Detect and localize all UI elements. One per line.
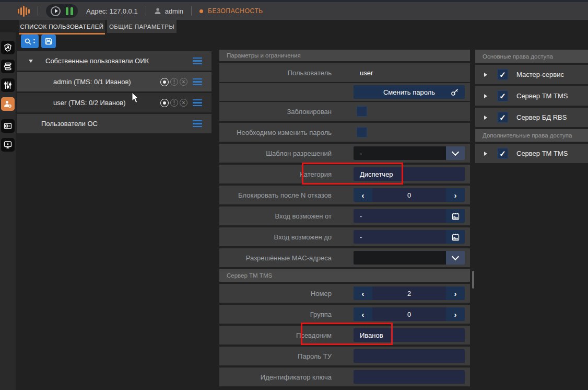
rights-row-master-service[interactable]: ✓ Мастер-сервис [475, 65, 588, 84]
form-scrollbar[interactable] [472, 271, 474, 289]
address-label: Адрес: 127.0.0.1 [86, 7, 138, 15]
stepper-increment-button[interactable]: › [446, 188, 465, 202]
tree-user-user[interactable]: user (TMS: 0/2 Иванов) ! × [17, 93, 211, 112]
row-menu-icon[interactable] [193, 58, 202, 65]
template-dropdown[interactable]: - [354, 146, 465, 160]
login-to-datepicker: - [354, 230, 465, 244]
number-value[interactable]: 2 [372, 286, 446, 300]
form-row-change-password: Сменить пароль [219, 83, 470, 101]
login-from-value[interactable]: - [354, 209, 446, 223]
user-gear-icon [4, 100, 12, 108]
form-row-key-id: Идентификатор ключа [219, 368, 470, 386]
template-dropdown-button[interactable] [446, 146, 465, 160]
change-password-button[interactable]: Сменить пароль [354, 85, 465, 99]
stepper-increment-button[interactable]: › [446, 307, 465, 321]
tree-group-own-users[interactable]: Собственные пользователи ОИК [17, 51, 211, 71]
login-from-label: Вход возможен от [219, 207, 343, 225]
tree-user-label: user (TMS: 0/2 Иванов) [53, 99, 126, 107]
rights-header-main: Основные права доступа [475, 50, 588, 63]
must-change-label: Необходимо изменить пароль [219, 123, 343, 142]
sidebar-item-user-management[interactable] [1, 97, 15, 111]
mac-label: Разрешённые MAC-адреса [219, 248, 343, 267]
form-row-template: Шаблон разрешений - [219, 144, 470, 163]
tree-user-admin[interactable]: admin (TMS: 0/1 Иванов) ! × [17, 72, 211, 91]
login-from-datepicker: - [354, 209, 465, 223]
stepper-decrement-button[interactable]: ‹ [354, 307, 372, 321]
stepper-decrement-button[interactable]: ‹ [354, 188, 372, 202]
tm-server-checkbox[interactable]: ✓ [497, 90, 508, 101]
card-reader-icon [4, 122, 12, 130]
expand-arrow-icon[interactable] [484, 116, 487, 120]
key-id-input[interactable] [354, 370, 465, 384]
tree-group-label: Пользователи ОС [41, 120, 98, 128]
blocked-checkbox[interactable] [357, 106, 367, 117]
form-row-username: Пользователь user [219, 63, 470, 82]
status-active-icon[interactable] [160, 99, 169, 107]
row-menu-icon[interactable] [193, 78, 202, 86]
mac-dropdown[interactable] [354, 251, 465, 265]
form-row-tu-password: Пароль ТУ [219, 347, 470, 365]
mac-dropdown-button[interactable] [446, 251, 465, 265]
block-after-stepper: ‹ 0 › [354, 188, 465, 202]
must-change-checkbox[interactable] [357, 127, 367, 137]
status-active-icon[interactable] [160, 78, 169, 86]
change-password-label: Сменить пароль [383, 88, 435, 96]
row-menu-icon[interactable] [193, 120, 202, 128]
sidebar-item-settings[interactable] [1, 78, 15, 92]
tree-group-os-users[interactable]: Пользователи ОС [17, 114, 211, 133]
extra-tm-server-checkbox[interactable]: ✓ [497, 148, 508, 159]
collapse-arrow-icon[interactable] [29, 60, 33, 63]
tab-user-list[interactable]: СПИСОК ПОЛЬЗОВАТЕЛЕЙ [19, 20, 105, 33]
tree-user-label: admin (TMS: 0/1 Иванов) [53, 78, 131, 86]
stepper-increment-button[interactable]: › [446, 286, 465, 300]
chevron-down-icon [452, 148, 459, 156]
section-indicator: БЕЗОПАСНОСТЬ [199, 7, 263, 15]
rights-item-label: Сервер ТМ TMS [516, 92, 568, 100]
master-service-checkbox[interactable]: ✓ [497, 69, 508, 80]
topbar: Адрес: 127.0.0.1 admin БЕЗОПАСНОСТЬ [0, 2, 588, 20]
rights-row-extra-tm-server[interactable]: ✓ Сервер ТМ TMS [475, 144, 588, 163]
search-button[interactable] [21, 35, 39, 48]
status-disable-icon[interactable]: × [180, 78, 187, 86]
expand-arrow-icon[interactable] [484, 73, 487, 77]
sidebar-item-card[interactable] [1, 119, 15, 133]
username-label: Пользователь [219, 63, 343, 82]
save-floppy-icon [45, 38, 52, 45]
group-label: Группа [219, 305, 343, 324]
sliders-icon [4, 81, 12, 89]
tu-password-label: Пароль ТУ [219, 347, 343, 365]
chevron-down-icon [452, 253, 459, 260]
status-warning-icon[interactable]: ! [170, 78, 178, 86]
login-to-value[interactable]: - [354, 230, 446, 244]
stepper-decrement-button[interactable]: ‹ [354, 286, 372, 300]
form-row-must-change: Необходимо изменить пароль [219, 123, 470, 142]
status-disable-icon[interactable]: × [180, 99, 187, 107]
sidebar-item-console[interactable] [1, 138, 15, 152]
expand-arrow-icon[interactable] [484, 94, 487, 98]
save-button[interactable] [41, 35, 56, 48]
annotation-box-category [302, 163, 403, 185]
play-button[interactable] [51, 6, 61, 16]
calendar-icon [452, 212, 460, 220]
pause-button[interactable] [66, 7, 73, 15]
group-value[interactable]: 0 [372, 307, 446, 321]
tab-general-params[interactable]: ОБЩИЕ ПАРАМЕТРЫ [107, 20, 177, 33]
status-warning-icon[interactable]: ! [170, 99, 178, 107]
row-menu-icon[interactable] [193, 99, 202, 107]
topbar-separator [191, 6, 192, 16]
login-from-calendar-button[interactable] [446, 209, 465, 223]
login-to-calendar-button[interactable] [446, 230, 465, 244]
key-id-label: Идентификатор ключа [219, 368, 343, 386]
expand-arrow-icon[interactable] [484, 152, 487, 156]
block-after-value[interactable]: 0 [372, 188, 446, 202]
person-icon [154, 7, 161, 15]
rights-row-tm-server[interactable]: ✓ Сервер ТМ TMS [475, 86, 588, 106]
sidebar-item-security-badge[interactable] [1, 41, 15, 54]
db-server-checkbox[interactable]: ✓ [497, 112, 508, 123]
sidebar-item-servers[interactable] [1, 60, 15, 73]
rights-item-label: Сервер ТМ TMS [516, 150, 568, 157]
run-control [46, 4, 78, 18]
form-row-number: Номер ‹ 2 › [219, 284, 470, 303]
tu-password-input[interactable] [354, 349, 465, 363]
rights-row-db-server[interactable]: ✓ Сервер БД RBS [475, 108, 588, 127]
